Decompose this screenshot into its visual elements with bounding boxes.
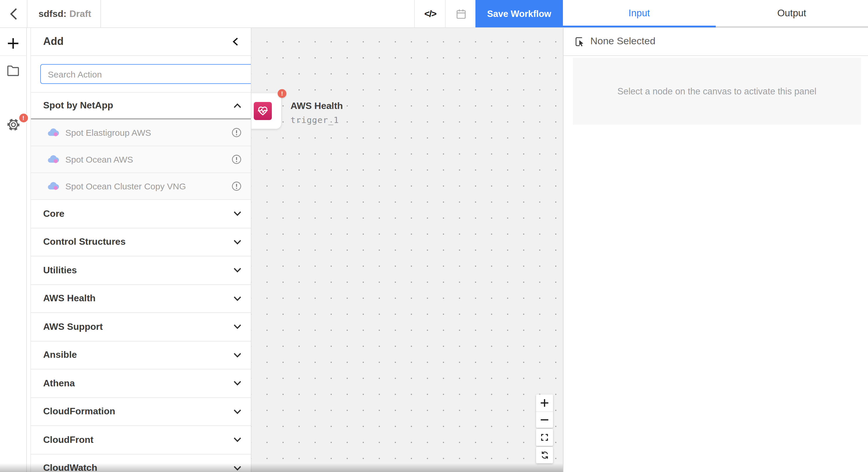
accordion-section-header[interactable]: Ansible bbox=[31, 341, 251, 369]
action-list-item[interactable]: Spot Ocean Cluster Copy VNG bbox=[31, 173, 251, 200]
accordion-section-header[interactable]: Utilities bbox=[31, 257, 251, 285]
rail-divider bbox=[0, 55, 26, 56]
accordion-section-label: Spot by NetApp bbox=[43, 100, 113, 111]
accordion-section-label: Control Structures bbox=[43, 237, 126, 247]
chevron-down-icon bbox=[233, 239, 242, 245]
heart-pulse-icon bbox=[254, 102, 272, 120]
select-cursor-icon bbox=[574, 36, 585, 47]
left-rail: ! bbox=[0, 27, 27, 472]
back-button[interactable] bbox=[0, 0, 27, 27]
accordion-section-label: CloudFront bbox=[43, 435, 93, 445]
accordion-section-header[interactable]: Spot by NetApp bbox=[31, 93, 251, 120]
info-alert-icon[interactable] bbox=[231, 181, 242, 191]
code-view-button[interactable]: </> bbox=[414, 0, 446, 27]
cloud-provider-icon bbox=[47, 155, 60, 164]
accordion-section-header[interactable]: AWS Health bbox=[31, 285, 251, 313]
node-error-badge: ! bbox=[278, 89, 286, 98]
action-item-label: Spot Ocean Cluster Copy VNG bbox=[65, 181, 231, 191]
info-alert-icon[interactable] bbox=[231, 155, 242, 164]
accordion-section-header[interactable]: Athena bbox=[31, 369, 251, 398]
inspector-empty-state: Select a node on the canvas to activate … bbox=[573, 58, 861, 125]
reset-view-button[interactable] bbox=[536, 447, 553, 463]
chevron-down-icon bbox=[233, 268, 242, 273]
node-title: AWS Health bbox=[290, 101, 343, 111]
accordion-section-header[interactable]: Control Structures bbox=[31, 228, 251, 257]
action-item-label: Spot Ocean AWS bbox=[65, 155, 231, 164]
node-id[interactable]: trigger_1 bbox=[290, 115, 343, 125]
inspector-tabs: Input Output bbox=[563, 0, 868, 27]
accordion-section-label: Core bbox=[43, 209, 64, 219]
accordion-section-label: AWS Support bbox=[43, 322, 103, 332]
accordion-section-header[interactable]: CloudWatch bbox=[31, 454, 251, 472]
add-panel-title: Add bbox=[43, 35, 64, 47]
back-icon bbox=[8, 7, 19, 21]
add-node-button[interactable] bbox=[0, 33, 26, 53]
add-panel-header: Add bbox=[31, 27, 251, 56]
chevron-down-icon bbox=[233, 352, 242, 358]
plus-icon bbox=[7, 37, 19, 49]
chevron-down-icon bbox=[233, 409, 242, 414]
accordion-section-label: Utilities bbox=[43, 265, 77, 276]
accordion-section-label: CloudWatch bbox=[43, 463, 97, 472]
fit-view-button[interactable] bbox=[536, 429, 553, 445]
zoom-in-button[interactable] bbox=[536, 395, 553, 411]
cloud-provider-icon bbox=[47, 128, 60, 137]
workflow-title: sdfsd: Draft bbox=[27, 0, 101, 27]
files-button[interactable] bbox=[0, 61, 26, 80]
schedule-button[interactable] bbox=[445, 0, 476, 27]
inspector-selection-label: None Selected bbox=[590, 36, 655, 47]
folder-icon bbox=[6, 65, 20, 76]
workflow-status: Draft bbox=[69, 8, 91, 19]
code-icon: </> bbox=[424, 8, 436, 19]
accordion-section-label: AWS Health bbox=[43, 293, 96, 304]
chevron-down-icon bbox=[233, 296, 242, 301]
zoom-in-icon bbox=[540, 399, 549, 407]
fit-view-icon bbox=[540, 433, 549, 442]
zoom-out-icon bbox=[540, 415, 549, 424]
search-section bbox=[31, 56, 251, 93]
chevron-down-icon bbox=[233, 381, 242, 386]
gear-icon bbox=[5, 117, 21, 132]
inspector-header: None Selected bbox=[563, 27, 868, 56]
action-list-item[interactable]: Spot Elastigroup AWS bbox=[31, 120, 251, 146]
add-panel: Add Spot by NetApp Spot Elastigroup AWS … bbox=[30, 27, 251, 472]
accordion-section-header[interactable]: AWS Support bbox=[31, 313, 251, 341]
accordion-section-label: Ansible bbox=[43, 350, 77, 361]
chevron-up-icon bbox=[233, 103, 242, 108]
topbar: sdfsd: Draft </> Save Workflow Input Out… bbox=[0, 0, 868, 28]
accordion-section-label: Athena bbox=[43, 378, 75, 389]
settings-button[interactable]: ! bbox=[0, 115, 26, 135]
zoom-out-button[interactable] bbox=[536, 411, 553, 428]
tab-output[interactable]: Output bbox=[715, 0, 868, 27]
save-workflow-button[interactable]: Save Workflow bbox=[475, 0, 563, 27]
calendar-icon bbox=[455, 7, 467, 20]
workflow-editor: ! AWS Health trigger_1 bbox=[0, 0, 868, 472]
info-alert-icon[interactable] bbox=[231, 128, 242, 137]
collapse-panel-button[interactable] bbox=[230, 35, 241, 48]
chevron-down-icon bbox=[233, 466, 242, 471]
cloud-provider-icon bbox=[47, 182, 60, 191]
tab-input[interactable]: Input bbox=[563, 0, 715, 27]
chevron-down-icon bbox=[233, 211, 242, 216]
workflow-canvas[interactable]: ! AWS Health trigger_1 bbox=[251, 27, 563, 472]
inspector-panel: None Selected Select a node on the canva… bbox=[563, 27, 868, 472]
chevron-down-icon bbox=[233, 437, 242, 443]
workflow-name: sdfsd: bbox=[38, 8, 66, 19]
canvas-controls bbox=[536, 395, 553, 464]
search-input[interactable] bbox=[40, 64, 251, 84]
settings-alert-badge: ! bbox=[19, 114, 28, 122]
inspector-empty-message: Select a node on the canvas to activate … bbox=[617, 86, 816, 96]
accordion-section-label: CloudFormation bbox=[43, 406, 115, 417]
node-card[interactable] bbox=[251, 93, 281, 129]
accordion-section-header[interactable]: CloudFormation bbox=[31, 398, 251, 426]
action-list-item[interactable]: Spot Ocean AWS bbox=[31, 146, 251, 173]
chevron-down-icon bbox=[233, 324, 242, 330]
chevron-left-icon bbox=[232, 37, 239, 46]
accordion-section-header[interactable]: Core bbox=[31, 200, 251, 228]
reset-view-icon bbox=[540, 450, 549, 460]
action-item-label: Spot Elastigroup AWS bbox=[65, 128, 231, 137]
action-accordion: Spot by NetApp Spot Elastigroup AWS Spot… bbox=[31, 93, 251, 472]
accordion-section-header[interactable]: CloudFront bbox=[31, 426, 251, 454]
